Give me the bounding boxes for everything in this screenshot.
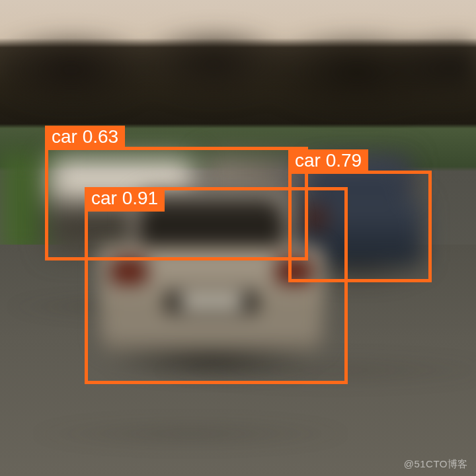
detection-label: car 0.91 <box>85 187 165 212</box>
detection-box: car 0.91 <box>85 187 348 384</box>
detection-label: car 0.63 <box>45 126 125 150</box>
detection-label: car 0.79 <box>288 149 368 174</box>
detection-image: car 0.63 car 0.79 car 0.91 @51CTO博客 <box>0 0 476 476</box>
watermark-text: @51CTO博客 <box>404 458 468 471</box>
background-trees <box>0 25 476 138</box>
